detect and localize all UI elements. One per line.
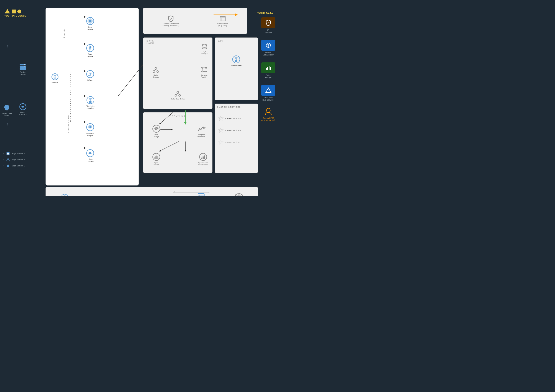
analytics-processor-label: Analytics Processor xyxy=(197,134,205,138)
m2mgate-direct-connect-label: Direct Connect xyxy=(87,158,94,162)
cert-authority-icon xyxy=(167,15,174,22)
svg-rect-94 xyxy=(270,67,271,70)
edge-a-arrow: → xyxy=(2,152,4,155)
custom-service-b-row: Custom Service B xyxy=(218,128,241,133)
left-arrow-up: ↕ xyxy=(7,43,9,48)
svg-point-12 xyxy=(9,160,10,161)
message-adapter-node: Message Adapter xyxy=(86,123,95,137)
device-mgmt-label: Device Management xyxy=(263,51,274,56)
svg-point-38 xyxy=(202,71,203,72)
dtools-node: DTools xyxy=(86,70,95,81)
kafka-data-broker-icon xyxy=(174,90,182,97)
svg-rect-9 xyxy=(8,153,9,154)
core-service-node: Core Service xyxy=(86,17,95,30)
svg-rect-92 xyxy=(267,67,268,70)
chart-icon xyxy=(265,65,272,71)
data-analyst-node: Data- Analyst xyxy=(261,62,275,79)
vpn-user-label: VPN User (e.g. Service) xyxy=(263,97,274,101)
opensearch-icon xyxy=(152,152,161,161)
external-top-box: External Certification Authority (Device… xyxy=(143,8,247,34)
cert-authority-label: External Certification Authority (Device… xyxy=(162,23,179,27)
svg-point-44 xyxy=(177,91,179,93)
opensearch-label: Open- Search xyxy=(153,162,159,166)
custom-service-b-label: Custom Service B xyxy=(225,129,241,131)
opensearch-dashboards-label: OpenSearch Dashboards xyxy=(198,162,208,166)
edge-services-section: → Edge Service A → Edge Service B → Edge… xyxy=(2,152,25,170)
sql-storage-icon xyxy=(201,43,208,50)
distribution-service-icon xyxy=(86,96,95,104)
dtools-label: DTools xyxy=(87,79,93,81)
cert-authority-node: External Certification Authority (Device… xyxy=(162,15,179,27)
svg-point-95 xyxy=(266,108,270,112)
custom-service-b-icon xyxy=(218,128,224,133)
distribution-service-node: Distribution Service xyxy=(86,96,95,109)
tenant-service-icon xyxy=(197,192,205,196)
analytics-label: ANALYTICS xyxy=(170,115,186,117)
svg-rect-26 xyxy=(89,101,91,103)
svg-rect-7 xyxy=(7,152,9,155)
edge-service-a-label: Edge Service A xyxy=(12,152,25,155)
data-bridge-icon xyxy=(152,124,161,133)
svg-point-33 xyxy=(157,71,159,73)
analytics-processor-node: Analytics Processor xyxy=(197,124,206,138)
main-diagram: External Certification Authority (Device… xyxy=(25,4,255,192)
it-security-node: IT- Security xyxy=(261,17,275,33)
it-security-icon xyxy=(261,17,275,28)
svg-rect-8 xyxy=(7,153,8,154)
data-analyst-label: Data- Analyst xyxy=(265,74,272,79)
edge-c-icon xyxy=(6,164,10,168)
svg-line-48 xyxy=(178,93,179,94)
mqtt-icon xyxy=(3,104,11,112)
svg-rect-61 xyxy=(203,156,204,159)
opensearch-dashboards-icon xyxy=(199,152,207,161)
custom-service-c-row: Custom Service C xyxy=(218,139,241,145)
kafka-storage-icon xyxy=(152,66,160,73)
svg-rect-91 xyxy=(266,68,267,70)
svg-rect-16 xyxy=(220,16,225,21)
svg-point-10 xyxy=(7,158,9,159)
svg-point-36 xyxy=(202,67,203,68)
svg-line-13 xyxy=(7,159,8,160)
auth-box: Crypto AUTHENTICATION AND AUTHORIZATION … xyxy=(45,187,258,196)
vpn-user-node: VPN User (e.g. Service) xyxy=(261,85,275,101)
message-adapter-label: Message Adapter xyxy=(87,132,94,137)
external-iam-label: External IAM (e. g. Azure AD) xyxy=(262,117,275,121)
schema-registry-node: Schema Registry xyxy=(200,66,208,78)
data-lake-label: DATA LAKE xyxy=(146,40,154,45)
opensearch-node: Open- Search xyxy=(152,152,161,166)
keycloak-icon xyxy=(235,192,243,196)
m2mgate-direct-connect-node: Direct Connect xyxy=(86,149,95,162)
edge-c-arrow: → xyxy=(2,164,4,167)
vpn-user-icon xyxy=(261,85,275,96)
triangle-icon xyxy=(5,9,10,14)
device-mgmt-node: Device Management xyxy=(261,40,275,56)
analytics-box: ANALYTICS Data Bridge xyxy=(143,112,212,173)
svg-point-29 xyxy=(89,152,91,154)
svg-point-30 xyxy=(202,44,207,46)
core-service-label: Core Service xyxy=(87,26,93,30)
it-security-label: IT- Security xyxy=(265,29,272,33)
sql-storage-node: SQL Storage xyxy=(201,43,208,55)
svg-point-11 xyxy=(7,160,7,161)
geocoder-label: Geocoder xyxy=(63,27,65,38)
left-arrow-down: ↕ xyxy=(7,121,9,126)
m2mgate-direct-connect-icon xyxy=(86,149,95,158)
cascade-icon xyxy=(51,73,59,81)
your-products-label: YOUR PRODUCTS xyxy=(4,15,26,17)
svg-point-31 xyxy=(155,67,157,69)
mqtt-node: MQTT Data broker xyxy=(2,104,12,116)
shield-icon xyxy=(265,20,272,26)
kafka-storage-label: Kafka Storage xyxy=(153,74,159,78)
edge-service-b-item: → Edge Service B xyxy=(2,158,25,162)
schema-registry-label: Schema Registry xyxy=(201,74,207,78)
erp-label: External ERP (e. g. SAP) xyxy=(218,23,228,27)
crypto-node: Crypto xyxy=(60,194,69,196)
svg-rect-62 xyxy=(204,155,205,159)
kafka-data-broker-label: Kafka Data Broker xyxy=(171,98,185,100)
kafka-storage-node: Kafka Storage xyxy=(152,66,160,78)
message-service-label: Message Service xyxy=(67,114,69,133)
svg-line-47 xyxy=(176,93,178,94)
custom-service-a-icon xyxy=(218,116,224,121)
data-analyst-icon xyxy=(261,62,275,73)
svg-point-37 xyxy=(205,67,207,68)
